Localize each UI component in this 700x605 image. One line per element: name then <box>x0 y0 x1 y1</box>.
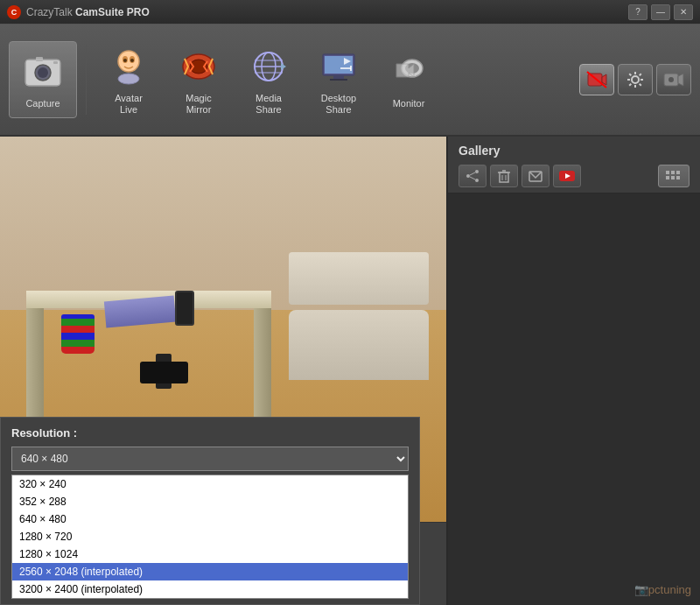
toolbar-capture[interactable]: Capture <box>9 41 77 117</box>
svg-rect-23 <box>330 79 347 81</box>
title-bar: C CrazyTalk CamSuite PRO ? — ✕ <box>0 0 700 25</box>
gallery-youtube-button[interactable] <box>553 165 581 187</box>
left-panel: Snapshot 640 × 480 ▼ <box>0 137 446 605</box>
svg-point-9 <box>123 59 127 62</box>
svg-rect-3 <box>36 57 43 61</box>
window-controls: ? — ✕ <box>628 4 693 20</box>
gallery-view-toggle[interactable] <box>658 165 690 187</box>
gallery-delete-button[interactable] <box>490 165 518 187</box>
watermark: 📷pctuning <box>634 583 691 596</box>
resolution-option-3200[interactable]: 3200 × 2400 (interpolated) <box>12 580 408 598</box>
scene-sofa <box>289 310 429 380</box>
desktop-share-label: DesktopShare <box>321 93 356 116</box>
svg-marker-19 <box>281 63 286 70</box>
magic-mirror-icon <box>176 44 221 89</box>
svg-marker-30 <box>602 74 606 85</box>
capture-label: Capture <box>25 98 60 109</box>
media-share-label: MediaShare <box>256 93 282 116</box>
gallery-header: Gallery <box>448 137 700 193</box>
resolution-dropdown-overlay: Resolution : 640 × 480 320 × 240 352 × 2… <box>0 417 420 605</box>
svg-point-32 <box>632 76 639 83</box>
svg-point-48 <box>475 179 479 182</box>
svg-rect-63 <box>671 176 675 179</box>
magic-mirror-label: MagicMirror <box>186 93 211 116</box>
toolbar-desktop-share[interactable]: DesktopShare <box>305 37 372 123</box>
gallery-toolbar <box>458 165 690 187</box>
gallery-email-button[interactable] <box>522 165 550 187</box>
settings-button[interactable] <box>618 64 653 95</box>
toolbar-monitor[interactable]: Monitor <box>375 42 442 116</box>
gallery-content <box>448 193 700 605</box>
scene-sofa-back <box>289 252 429 305</box>
toolbar-avatar-live[interactable]: AvatarLive <box>95 37 162 123</box>
app-icon: C <box>7 5 21 19</box>
svg-point-46 <box>475 170 479 173</box>
svg-rect-51 <box>500 172 508 182</box>
monitor-label: Monitor <box>393 98 425 109</box>
svg-line-49 <box>470 172 475 175</box>
svg-point-35 <box>668 77 674 82</box>
svg-line-50 <box>470 177 475 179</box>
avatar-live-label: AvatarLive <box>115 93 143 116</box>
svg-rect-21 <box>325 56 353 74</box>
svg-rect-62 <box>666 176 669 179</box>
resolution-label: Resolution : <box>11 426 409 440</box>
toolbar: Capture AvatarLive <box>0 25 700 137</box>
resolution-options-list: 320 × 240 352 × 288 640 × 480 1280 × 720… <box>11 475 409 599</box>
resolution-option-640[interactable]: 640 × 480 <box>12 510 408 528</box>
svg-rect-22 <box>333 75 344 79</box>
svg-rect-64 <box>676 176 680 179</box>
svg-point-47 <box>466 174 470 178</box>
gallery-share-button[interactable] <box>458 165 486 187</box>
resolution-option-1280-1024[interactable]: 1280 × 1024 <box>12 545 408 563</box>
resolution-option-2560[interactable]: 2560 × 2048 (interpolated) <box>12 563 408 580</box>
top-right-buttons <box>579 64 691 95</box>
capture-icon <box>20 49 66 95</box>
monitor-icon <box>386 49 431 95</box>
toolbar-separator-1 <box>86 45 87 115</box>
desktop-share-icon <box>316 44 361 89</box>
media-share-icon <box>246 44 291 89</box>
svg-point-11 <box>118 74 139 84</box>
svg-rect-59 <box>666 171 669 174</box>
svg-rect-61 <box>676 171 680 174</box>
avatar-live-icon <box>106 44 151 89</box>
svg-rect-60 <box>671 171 675 174</box>
svg-point-2 <box>38 67 48 78</box>
svg-marker-34 <box>678 74 683 86</box>
gallery-panel: Gallery <box>446 137 700 605</box>
resolution-select[interactable]: 640 × 480 <box>11 447 409 471</box>
resolution-option-320[interactable]: 320 × 240 <box>12 475 408 493</box>
resolution-option-1280-720[interactable]: 1280 × 720 <box>12 528 408 545</box>
camera-disabled-button[interactable] <box>579 64 614 95</box>
svg-rect-4 <box>53 61 58 64</box>
close-button[interactable]: ✕ <box>674 4 693 20</box>
toolbar-media-share[interactable]: MediaShare <box>235 37 302 123</box>
main-content: Snapshot 640 × 480 ▼ <box>0 137 700 605</box>
webcam-button[interactable] <box>656 64 691 95</box>
resolution-option-352[interactable]: 352 × 288 <box>12 493 408 510</box>
help-button[interactable]: ? <box>628 4 648 20</box>
svg-rect-29 <box>588 74 602 86</box>
app-title: CrazyTalk CamSuite PRO <box>26 6 628 18</box>
gallery-title: Gallery <box>458 144 690 158</box>
toolbar-magic-mirror[interactable]: MagicMirror <box>165 37 232 123</box>
minimize-button[interactable]: — <box>651 4 670 20</box>
svg-point-10 <box>130 59 134 62</box>
